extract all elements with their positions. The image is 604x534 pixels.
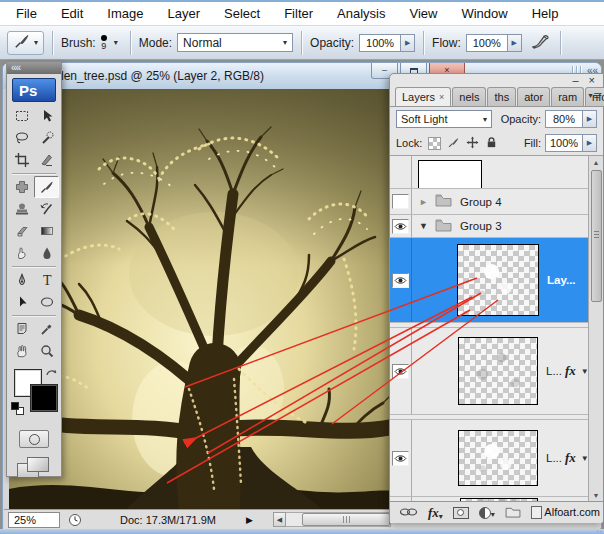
tool-eyedropper[interactable] (34, 318, 59, 340)
fill-input[interactable]: 100% (545, 134, 583, 152)
tool-quick-selection[interactable] (34, 127, 59, 149)
mode-select[interactable]: Normal ▾ (177, 33, 293, 52)
layer-row-selected[interactable]: Lay... (390, 238, 603, 323)
tool-lasso[interactable] (9, 127, 34, 149)
tool-slice[interactable] (34, 149, 59, 171)
fill-slider-button[interactable]: ▶ (583, 134, 597, 152)
menu-layer[interactable]: Layer (156, 3, 213, 24)
lock-paint-icon[interactable] (447, 136, 460, 151)
adjustment-layer-button[interactable]: ▾ (479, 507, 495, 519)
layer-name[interactable]: Lay... (547, 274, 576, 286)
tool-type[interactable]: T (34, 269, 59, 291)
airbrush-icon[interactable] (530, 33, 552, 53)
palette-collapse-header[interactable]: «« (7, 62, 61, 74)
menu-help[interactable]: Help (520, 3, 571, 24)
scroll-thumb[interactable] (302, 513, 390, 526)
layer-thumbnail[interactable] (458, 430, 538, 486)
scroll-track[interactable] (286, 512, 391, 527)
tool-shape[interactable] (34, 291, 59, 313)
layer-row-group3[interactable]: ▼ Group 3 (390, 215, 603, 238)
opacity-input[interactable]: 100% (359, 34, 401, 52)
add-mask-icon[interactable] (453, 507, 469, 519)
chevron-down-icon[interactable]: ▾ (114, 38, 118, 47)
status-expand-arrow[interactable]: ▶ (246, 515, 253, 525)
blend-mode-select[interactable]: Soft Light ▾ (396, 110, 492, 128)
group-name[interactable]: Group 4 (460, 196, 502, 208)
new-layer-icon[interactable] (531, 506, 542, 519)
menu-filter[interactable]: Filter (272, 3, 325, 24)
tab-layers[interactable]: Layers × (395, 87, 451, 106)
tab-paths[interactable]: ths (487, 87, 516, 106)
tool-eraser[interactable] (9, 220, 34, 242)
group-name[interactable]: Group 3 (460, 220, 502, 232)
layer-style-button[interactable]: fx ▾ (428, 505, 443, 521)
layer-thumbnail[interactable] (457, 244, 539, 316)
lock-all-icon[interactable] (485, 136, 498, 151)
lock-transparency-icon[interactable] (428, 137, 441, 150)
visibility-column[interactable] (390, 215, 412, 237)
horizontal-scrollbar[interactable]: ◀ (273, 512, 391, 527)
screen-mode-button[interactable] (17, 457, 51, 479)
menu-view[interactable]: View (397, 3, 449, 24)
layer-thumbnail[interactable] (458, 337, 538, 405)
opacity-slider-button[interactable]: ▶ (401, 34, 415, 52)
menu-image[interactable]: Image (95, 3, 155, 24)
tab-navigator[interactable]: ator (517, 87, 550, 106)
tool-notes[interactable] (9, 318, 34, 340)
visibility-toggle[interactable] (392, 273, 409, 288)
tool-history-brush[interactable] (34, 198, 59, 220)
tool-smudge[interactable] (9, 242, 34, 264)
menu-window[interactable]: Window (449, 3, 519, 24)
resize-grip[interactable]: .: (597, 525, 603, 534)
menu-edit[interactable]: Edit (49, 3, 95, 24)
expand-triangle-icon[interactable]: ► (419, 197, 429, 207)
layer-name[interactable]: L... (546, 452, 562, 464)
layer-opacity-slider-button[interactable]: ▶ (583, 110, 597, 128)
visibility-column[interactable] (390, 328, 412, 414)
tool-zoom[interactable] (34, 340, 59, 362)
visibility-column[interactable] (390, 420, 412, 496)
layer-opacity-input[interactable]: 80% (545, 110, 583, 128)
link-layers-icon[interactable] (399, 507, 418, 519)
status-popup-button[interactable] (68, 513, 82, 527)
brush-preset-preview[interactable]: 9 (101, 35, 107, 51)
flow-slider-button[interactable]: ▶ (508, 34, 522, 52)
visibility-toggle[interactable] (392, 364, 409, 379)
ps-logo[interactable]: Ps (12, 78, 56, 102)
visibility-column[interactable] (390, 189, 412, 214)
visibility-toggle[interactable] (392, 219, 409, 234)
layer-row-fx1[interactable]: L... fx ▼ (390, 328, 603, 415)
scrollbar-thumb[interactable] (591, 170, 602, 302)
flow-input[interactable]: 100% (466, 34, 508, 52)
scroll-down-arrow[interactable]: ▼ (593, 489, 600, 501)
layer-thumbnail[interactable] (418, 160, 482, 188)
tool-blur[interactable] (34, 242, 59, 264)
visibility-toggle[interactable] (392, 451, 409, 466)
tool-spot-healing[interactable] (9, 176, 34, 198)
tab-close-icon[interactable]: × (439, 92, 444, 102)
swap-colors-icon[interactable] (45, 367, 58, 385)
new-group-icon[interactable] (505, 506, 521, 520)
tool-gradient[interactable] (34, 220, 59, 242)
tool-move[interactable] (34, 105, 59, 127)
tool-clone-stamp[interactable] (9, 198, 34, 220)
layer-row-fx2[interactable]: L... fx ▼ (390, 420, 603, 497)
visibility-column[interactable] (390, 238, 412, 322)
tool-path-selection[interactable] (9, 291, 34, 313)
lock-position-icon[interactable] (466, 136, 479, 151)
menu-file[interactable]: File (4, 3, 49, 24)
background-color-swatch[interactable] (30, 384, 58, 412)
layer-name[interactable]: L... (546, 365, 562, 377)
layer-row-group4[interactable]: ► Group 4 (390, 189, 603, 215)
visibility-toggle[interactable] (392, 194, 409, 209)
panel-menu-button[interactable]: ▾ ≡ (589, 89, 600, 101)
panel-close-button[interactable]: × (589, 75, 595, 86)
canvas[interactable] (9, 89, 392, 511)
quick-mask-button[interactable] (19, 430, 49, 448)
tool-hand[interactable] (9, 340, 34, 362)
tool-preset-picker[interactable]: ▾ (7, 31, 44, 55)
visibility-column[interactable] (390, 156, 412, 188)
menu-analysis[interactable]: Analysis (325, 3, 397, 24)
panel-minimize-button[interactable]: – (572, 75, 578, 86)
zoom-level-input[interactable]: 25% (8, 512, 60, 528)
